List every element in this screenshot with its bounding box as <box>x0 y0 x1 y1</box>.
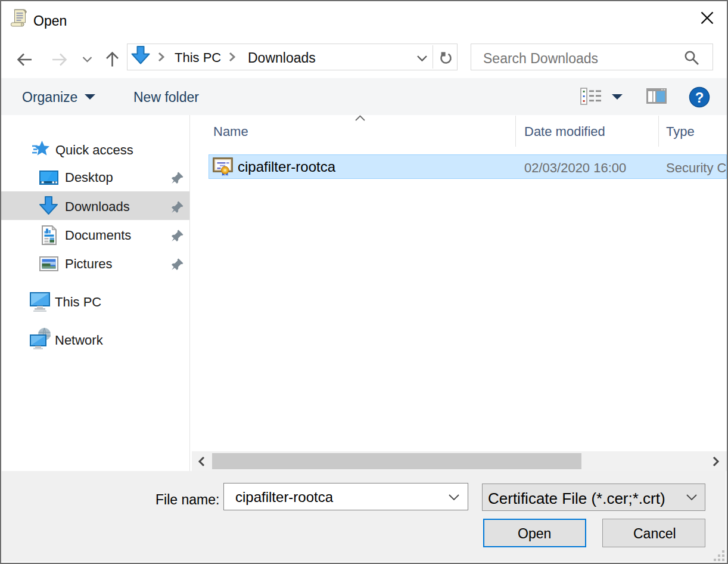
svg-text:?: ? <box>695 89 704 106</box>
